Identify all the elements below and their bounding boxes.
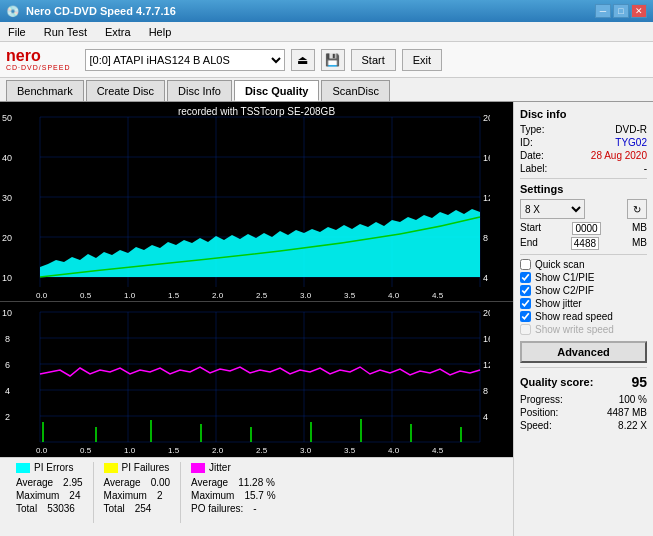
- svg-text:2.0: 2.0: [212, 291, 224, 300]
- show-write-speed-row: Show write speed: [520, 324, 647, 335]
- jitter-avg-label: Average: [191, 477, 228, 488]
- jitter-legend: Jitter: [191, 462, 275, 473]
- quality-score-label: Quality score:: [520, 376, 593, 388]
- jitter-po-label: PO failures:: [191, 503, 243, 514]
- menu-run-test[interactable]: Run Test: [40, 25, 91, 39]
- svg-text:0.0: 0.0: [36, 446, 48, 455]
- divider-1: [520, 178, 647, 179]
- advanced-button[interactable]: Advanced: [520, 341, 647, 363]
- svg-text:2.5: 2.5: [256, 446, 268, 455]
- pi-errors-legend: PI Errors: [16, 462, 83, 473]
- svg-text:4.5: 4.5: [432, 446, 444, 455]
- svg-text:30: 30: [2, 193, 12, 203]
- disc-label-value: -: [644, 163, 647, 174]
- jitter-max-label: Maximum: [191, 490, 234, 501]
- tab-benchmark[interactable]: Benchmark: [6, 80, 84, 101]
- tab-scan-disc[interactable]: ScanDisc: [321, 80, 389, 101]
- show-jitter-label: Show jitter: [535, 298, 582, 309]
- settings-title: Settings: [520, 183, 647, 195]
- progress-label: Progress:: [520, 394, 563, 405]
- pi-errors-max-value: 24: [69, 490, 80, 501]
- show-c1pie-checkbox[interactable]: [520, 272, 531, 283]
- end-mb-row: End 4488 MB: [520, 237, 647, 250]
- svg-text:0.0: 0.0: [36, 291, 48, 300]
- svg-text:12: 12: [483, 193, 490, 203]
- lower-chart: 10 8 6 4 2 20 16 12 8 4 0.0 0.5 1.0 1.5 …: [0, 302, 513, 457]
- exit-button[interactable]: Exit: [402, 49, 442, 71]
- menu-file[interactable]: File: [4, 25, 30, 39]
- upper-chart: recorded with TSSTcorp SE-208GB: [0, 102, 513, 302]
- pi-failures-average: Average 0.00: [104, 477, 171, 488]
- disc-label-label: Label:: [520, 163, 547, 174]
- svg-text:8: 8: [483, 233, 488, 243]
- position-value: 4487 MB: [607, 407, 647, 418]
- tab-disc-quality[interactable]: Disc Quality: [234, 80, 320, 101]
- divider-2: [520, 254, 647, 255]
- eject-button[interactable]: ⏏: [291, 49, 315, 71]
- save-button[interactable]: 💾: [321, 49, 345, 71]
- minimize-button[interactable]: ─: [595, 4, 611, 18]
- close-button[interactable]: ✕: [631, 4, 647, 18]
- svg-text:1.0: 1.0: [124, 291, 136, 300]
- svg-rect-43: [42, 422, 44, 442]
- pi-errors-avg-value: 2.95: [63, 477, 82, 488]
- svg-text:4: 4: [483, 273, 488, 283]
- disc-id-row: ID: TYG02: [520, 137, 647, 148]
- show-c1pie-label: Show C1/PIE: [535, 272, 594, 283]
- show-read-speed-checkbox[interactable]: [520, 311, 531, 322]
- jitter-max: Maximum 15.7 %: [191, 490, 275, 501]
- svg-rect-45: [150, 420, 152, 442]
- upper-chart-svg: 50 40 30 20 10 20 16 12 8 4 0.0 0.5 1.0 …: [0, 102, 490, 302]
- end-mb-label: End: [520, 237, 538, 250]
- quick-scan-row: Quick scan: [520, 259, 647, 270]
- pi-errors-total-label: Total: [16, 503, 37, 514]
- refresh-button[interactable]: ↻: [627, 199, 647, 219]
- drive-select[interactable]: [0:0] ATAPI iHAS124 B AL0S: [85, 49, 285, 71]
- progress-value: 100 %: [619, 394, 647, 405]
- menu-extra[interactable]: Extra: [101, 25, 135, 39]
- svg-rect-49: [360, 419, 362, 442]
- svg-text:16: 16: [483, 153, 490, 163]
- pi-failures-total-value: 254: [135, 503, 152, 514]
- tab-create-disc[interactable]: Create Disc: [86, 80, 165, 101]
- disc-info-title: Disc info: [520, 108, 647, 120]
- show-read-speed-label: Show read speed: [535, 311, 613, 322]
- show-jitter-checkbox[interactable]: [520, 298, 531, 309]
- svg-text:20: 20: [483, 308, 490, 318]
- pi-failures-total-label: Total: [104, 503, 125, 514]
- svg-text:0.5: 0.5: [80, 446, 92, 455]
- start-button[interactable]: Start: [351, 49, 396, 71]
- speed-select[interactable]: 8 X: [520, 199, 585, 219]
- position-label: Position:: [520, 407, 558, 418]
- nero-logo-text: nero: [6, 48, 41, 64]
- quality-score-value: 95: [631, 374, 647, 390]
- quality-score-row: Quality score: 95: [520, 374, 647, 390]
- title-bar: 💿 Nero CD-DVD Speed 4.7.7.16 ─ □ ✕: [0, 0, 653, 22]
- jitter-po-value: -: [253, 503, 256, 514]
- svg-text:2.5: 2.5: [256, 291, 268, 300]
- tab-disc-info[interactable]: Disc Info: [167, 80, 232, 101]
- speed-row: Speed: 8.22 X: [520, 420, 647, 431]
- position-row: Position: 4487 MB: [520, 407, 647, 418]
- pi-failures-max-value: 2: [157, 490, 163, 501]
- pi-failures-total: Total 254: [104, 503, 171, 514]
- nero-logo-sub: CD·DVD/SPEED: [6, 64, 71, 71]
- svg-rect-51: [460, 427, 462, 442]
- title-bar-text: Nero CD-DVD Speed 4.7.7.16: [26, 5, 176, 17]
- disc-type-label: Type:: [520, 124, 544, 135]
- start-mb-unit: MB: [632, 222, 647, 235]
- menu-help[interactable]: Help: [145, 25, 176, 39]
- quick-scan-checkbox[interactable]: [520, 259, 531, 270]
- speed-setting-row: 8 X ↻: [520, 199, 647, 219]
- quick-scan-label: Quick scan: [535, 259, 584, 270]
- show-write-speed-label: Show write speed: [535, 324, 614, 335]
- start-mb-label: Start: [520, 222, 541, 235]
- svg-text:3.0: 3.0: [300, 291, 312, 300]
- disc-type-value: DVD-R: [615, 124, 647, 135]
- show-c2pif-checkbox[interactable]: [520, 285, 531, 296]
- pi-errors-group: PI Errors Average 2.95 Maximum 24 Total …: [6, 462, 94, 523]
- end-mb-value: 4488: [571, 237, 599, 250]
- disc-type-row: Type: DVD-R: [520, 124, 647, 135]
- maximize-button[interactable]: □: [613, 4, 629, 18]
- start-mb-value: 0000: [572, 222, 600, 235]
